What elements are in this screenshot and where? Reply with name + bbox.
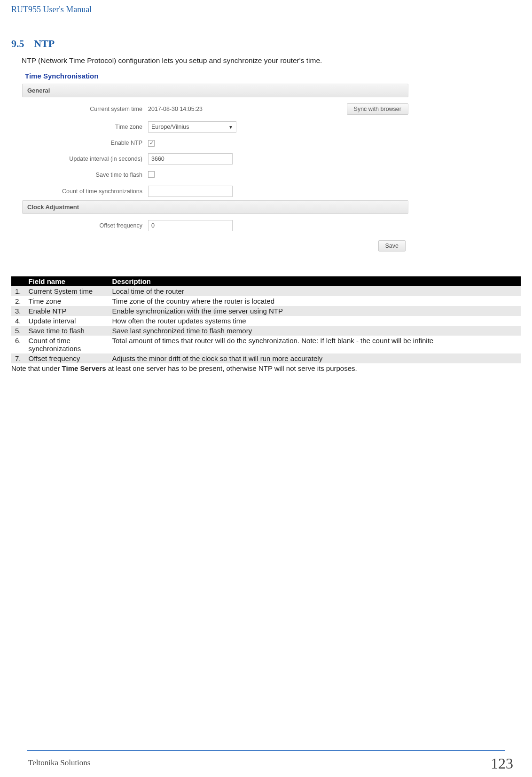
cell-desc: Total amount of times that router will d… <box>109 336 521 353</box>
select-timezone[interactable]: Europe/Vilnius ▼ <box>148 121 236 133</box>
cell-num: 6. <box>11 336 25 353</box>
footer-page-number: 123 <box>491 755 513 772</box>
cell-name: Save time to flash <box>25 326 109 336</box>
row-save-flash: Save time to flash <box>22 168 408 182</box>
cell-desc: Time zone of the country where the route… <box>109 296 521 306</box>
footer-left: Teltonika Solutions <box>28 758 90 768</box>
label-count-sync: Count of time synchronizations <box>22 188 148 195</box>
select-timezone-value: Europe/Vilnius <box>151 124 189 130</box>
table-header-row: Field name Description <box>11 276 521 286</box>
table-row: 1. Current System time Local time of the… <box>11 286 521 296</box>
section-general-header: General <box>22 84 408 97</box>
input-offset[interactable] <box>148 220 233 231</box>
checkbox-enable-ntp[interactable]: ✓ <box>148 140 155 147</box>
content-area: 9.5 NTP NTP (Network Time Protocol) conf… <box>11 38 521 372</box>
cell-num: 3. <box>11 306 25 316</box>
row-timezone: Time zone Europe/Vilnius ▼ <box>22 118 408 136</box>
cell-num: 5. <box>11 326 25 336</box>
page-header: RUT955 User's Manual <box>11 5 92 15</box>
note-pre: Note that under <box>11 364 62 372</box>
cell-desc: Save last synchronized time to flash mem… <box>109 326 521 336</box>
table-row: 7. Offset frequency Adjusts the minor dr… <box>11 353 521 363</box>
table-row: 6. Count of time synchronizations Total … <box>11 336 521 353</box>
footer-rule <box>27 750 505 751</box>
row-current-time: Current system time 2017-08-30 14:05:23 … <box>22 100 408 118</box>
cell-num: 7. <box>11 353 25 363</box>
note-bold: Time Servers <box>62 364 106 372</box>
row-count-sync: Count of time synchronizations <box>22 182 408 200</box>
cell-name: Time zone <box>25 296 109 306</box>
cell-desc: How often the router updates systems tim… <box>109 316 521 326</box>
th-field: Field name <box>25 276 109 286</box>
table-row: 4. Update interval How often the router … <box>11 316 521 326</box>
screenshot-panel: Time Synchronisation General Current sys… <box>22 69 409 255</box>
th-desc: Description <box>109 276 521 286</box>
save-button[interactable]: Save <box>378 240 406 251</box>
cell-name: Count of time synchronizations <box>25 336 109 353</box>
row-offset: Offset frequency <box>22 217 408 235</box>
table-row: 2. Time zone Time zone of the country wh… <box>11 296 521 306</box>
note-text: Note that under Time Servers at least on… <box>11 364 521 372</box>
row-update-interval: Update interval (in seconds) <box>22 150 408 168</box>
table-row: 3. Enable NTP Enable synchronization wit… <box>11 306 521 316</box>
screenshot-title: Time Synchronisation <box>22 69 408 84</box>
note-post: at least one server has to be present, o… <box>106 364 357 372</box>
cell-desc: Enable synchronization with the time ser… <box>109 306 521 316</box>
row-enable-ntp: Enable NTP ✓ <box>22 136 408 150</box>
intro-text: NTP (Network Time Protocol) configuratio… <box>22 56 521 65</box>
value-current-time: 2017-08-30 14:05:23 <box>148 104 203 114</box>
field-table: Field name Description 1. Current System… <box>11 276 521 363</box>
save-row: Save <box>22 235 408 254</box>
label-timezone: Time zone <box>22 124 148 130</box>
section-title: NTP <box>34 38 55 49</box>
cell-name: Current System time <box>25 286 109 296</box>
cell-num: 1. <box>11 286 25 296</box>
input-count-sync[interactable] <box>148 186 233 197</box>
label-save-flash: Save time to flash <box>22 172 148 178</box>
section-clock-header: Clock Adjustment <box>22 200 408 214</box>
label-update-interval: Update interval (in seconds) <box>22 156 148 162</box>
input-update-interval[interactable] <box>148 153 233 165</box>
cell-desc: Adjusts the minor drift of the clock so … <box>109 353 521 363</box>
cell-num: 4. <box>11 316 25 326</box>
label-enable-ntp: Enable NTP <box>22 140 148 146</box>
section-number: 9.5 <box>11 38 32 50</box>
cell-name: Update interval <box>25 316 109 326</box>
cell-num: 2. <box>11 296 25 306</box>
cell-desc: Local time of the router <box>109 286 521 296</box>
checkbox-save-flash[interactable] <box>148 171 155 178</box>
field-table-wrap: Field name Description 1. Current System… <box>11 276 521 372</box>
section-heading: 9.5 NTP <box>11 38 521 50</box>
th-blank <box>11 276 25 286</box>
cell-name: Enable NTP <box>25 306 109 316</box>
sync-with-browser-button[interactable]: Sync with browser <box>347 103 408 115</box>
chevron-down-icon: ▼ <box>228 125 233 130</box>
label-offset: Offset frequency <box>22 222 148 229</box>
label-current-time: Current system time <box>22 106 148 112</box>
table-row: 5. Save time to flash Save last synchron… <box>11 326 521 336</box>
cell-name: Offset frequency <box>25 353 109 363</box>
